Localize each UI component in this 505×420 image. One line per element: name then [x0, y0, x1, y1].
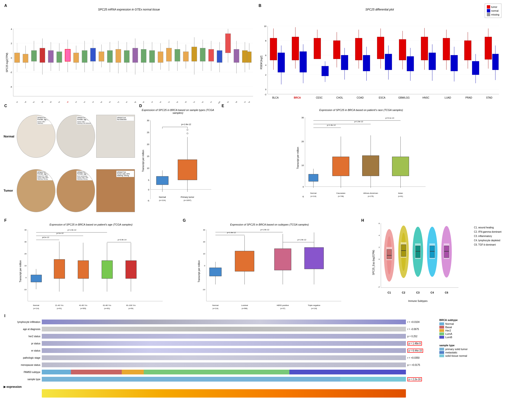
svg-text:p=1.6e-12: p=1.6e-12 [68, 229, 76, 231]
svg-rect-230 [407, 56, 414, 71]
svg-rect-244 [443, 38, 450, 60]
panel-b: B SPC25 differential plot tumor normal m… [257, 2, 503, 108]
svg-rect-447 [416, 246, 420, 258]
svg-text:HER2 positive: HER2 positive [277, 304, 289, 306]
h-legend-c4: C4. lymphocyte depleted [474, 238, 501, 243]
svg-text:Transcript per million: Transcript per million [142, 150, 145, 172]
svg-text:0: 0 [303, 186, 304, 188]
svg-text:30: 30 [24, 241, 26, 243]
track-area: lymphocyte infiltration r = +0.0104 age … [4, 319, 435, 414]
svg-rect-194 [322, 66, 328, 76]
panel-e: E Expression of SPC25 in BRCA based on p… [220, 103, 503, 218]
svg-rect-27 [40, 48, 45, 62]
svg-rect-127 [208, 49, 214, 61]
svg-text:Primary tumor: Primary tumor [181, 196, 194, 198]
svg-text:-2: -2 [378, 286, 380, 288]
svg-text:-2: -2 [10, 71, 12, 74]
svg-rect-132 [217, 51, 222, 62]
track-pr-pbox: p = 1.48e-9 [407, 341, 422, 346]
brca-luma: LumA [439, 333, 501, 335]
track-lymphocyte-label: lymphocyte infiltration [4, 321, 42, 323]
svg-rect-315 [333, 157, 349, 176]
panel-c: C Normal HPA647144 Female, age 21 Tumor … [2, 103, 136, 218]
tumor-images: HPA647144 Female, age 31 Patient ID: 126… [17, 169, 135, 212]
track-age-stat: r = -0.0675 [406, 328, 435, 331]
svg-rect-400 [235, 251, 254, 271]
sample-legend-title: sample type [439, 344, 501, 347]
svg-text:p=1.6e-12: p=1.6e-12 [354, 121, 363, 123]
svg-rect-82 [133, 48, 138, 62]
panel-g-svg: Transcript per million 30 20 10 0 -10 No… [182, 227, 357, 315]
svg-text:81-100 Yrs: 81-100 Yrs [126, 304, 136, 306]
svg-text:15: 15 [147, 155, 149, 158]
svg-text:10: 10 [203, 253, 205, 255]
tumor-row: Tumor HPA647144 Female, age 31 Patient I… [4, 164, 135, 217]
svg-rect-362 [78, 261, 88, 278]
svg-text:Transcript per million: Transcript per million [198, 260, 200, 282]
svg-rect-235 [421, 37, 428, 60]
svg-text:30: 30 [147, 119, 149, 122]
svg-text:30: 30 [301, 117, 304, 119]
track-age-bar [42, 327, 406, 332]
svg-rect-137 [225, 34, 231, 53]
svg-text:Asian: Asian [398, 192, 403, 194]
track-sample-label: sample type [4, 378, 42, 381]
tissue-info-3: HPA647144 Not detected [116, 116, 134, 121]
brca-lumb: LumB [439, 336, 501, 339]
sample-normal-color [439, 354, 444, 357]
panel-i-content: lymphocyte infiltration r = +0.0104 age … [4, 319, 501, 414]
track-menopause-label: menopause status [4, 364, 42, 366]
sample-metastatic: metastatic [439, 351, 501, 354]
brca-her2-label: Her2 [445, 329, 451, 332]
normal-label: Normal [4, 135, 16, 138]
svg-text:40: 40 [24, 229, 26, 231]
normal-tissue-2: HPA647144 Female, age 27 Tumor cells: -S… [57, 115, 95, 158]
panel-d-label: D [139, 104, 142, 108]
brca-her2: Her2 [439, 329, 501, 332]
brca-lumb-label: LumB [445, 336, 452, 339]
brca-normal-label: Normal [445, 322, 454, 325]
h-legend-c1: C1. wound healing [474, 226, 501, 230]
svg-text:20: 20 [301, 140, 304, 143]
normal-row: Normal HPA647144 Female, age 21 Tumor ce… [4, 110, 135, 163]
svg-rect-122 [200, 48, 205, 61]
svg-text:41-60 Yrs: 41-60 Yrs [79, 304, 87, 306]
svg-rect-67 [107, 51, 113, 62]
svg-text:CESC: CESC [316, 96, 322, 99]
track-pr-label: pr status [4, 342, 42, 345]
normal-tissue-3: HPA647144 Not detected [96, 115, 135, 158]
brca-normal: Normal [439, 322, 501, 325]
row1: A SPC25 mRNA expression in GTEx normal t… [2, 2, 503, 103]
gtex-boxes: Adipose Tissue Adrenal Gland Bladder [9, 29, 252, 107]
tissue-info-1: HPA647144 Female, age 21 Tumor cells: -S… [37, 116, 55, 124]
track-pr-fill [42, 341, 406, 346]
svg-rect-173 [270, 38, 277, 60]
svg-text:(n=748): (n=748) [338, 195, 344, 197]
track-menopause-fill [42, 363, 406, 367]
svg-text:COAD: COAD [357, 96, 364, 99]
track-age-label: age at diagnosis [4, 328, 42, 331]
panel-a-title: SPC25 mRNA expression in GTEx normal tis… [4, 8, 254, 11]
svg-text:-10: -10 [202, 289, 205, 291]
svg-rect-72 [116, 49, 121, 62]
svg-text:Transcript per million: Transcript per million [19, 260, 22, 282]
svg-rect-239 [429, 53, 436, 70]
svg-text:2: 2 [379, 246, 380, 248]
sample-primary-color [439, 348, 444, 351]
tumor-tissue-1: HPA647144 Female, age 31 Patient ID: 126… [17, 169, 55, 212]
svg-text:PRAD: PRAD [465, 96, 472, 99]
tumor-tissue-3: HPA647744 Tumor cells: 80%Staining: Stro… [96, 169, 135, 212]
svg-text:2: 2 [11, 42, 12, 45]
h-legend: C1. wound healing C2. IFN-gamma dominant… [474, 226, 501, 247]
brca-her2-color [439, 329, 444, 332]
svg-text:Triple negative: Triple negative [308, 304, 320, 306]
panel-a: A SPC25 mRNA expression in GTEx normal t… [2, 2, 255, 108]
svg-text:4: 4 [11, 28, 12, 30]
svg-text:0: 0 [265, 88, 266, 91]
panel-d: D Expression of SPC25 in BRCA based on s… [137, 103, 219, 218]
normal-label: normal [491, 10, 499, 12]
svg-text:STAD: STAD [486, 96, 492, 99]
svg-text:Normal: Normal [310, 192, 317, 194]
expression-section: ▶ expression [4, 384, 435, 398]
svg-text:0: 0 [148, 189, 149, 191]
